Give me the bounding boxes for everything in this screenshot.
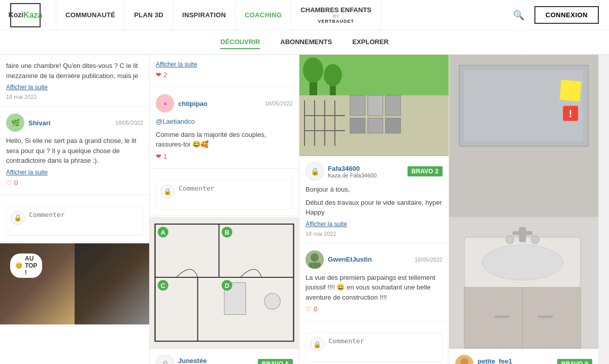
timestamp-col1-1: 18 mai 2022 [6,94,143,100]
room-photo-tr [75,243,149,324]
column-4: ! [449,55,599,364]
bravo-count-petitefee: 9 [585,360,588,364]
bravo-badge-petitefee: BRAVO 9 [557,359,592,364]
svg-rect-53 [537,315,553,318]
comment-input-wrap-col2: 🔒 [156,180,293,209]
nav-coaching[interactable]: COACHING [235,0,291,30]
date-fafa: 18 mai 2022 [306,231,443,237]
date-chtipipao: 18/05/2022 [265,100,293,106]
user-info-gwenjustin: GwenEtJustin 18/05/2022 [328,256,443,263]
post-card-col2-top: Afficher la suite ❤ 2 [150,55,299,87]
user-date-shivari: Shivari 18/05/2022 [28,119,143,127]
post-header-petitefee: petite_fee1 Kaza de petite_fee1 BRAVO 9 [455,355,592,364]
svg-point-17 [303,57,323,83]
connexion-button[interactable]: CONNEXION [534,6,599,24]
date-shivari: 18/05/2022 [115,120,143,126]
main-content: faire une chambre! Qu'en dites-vous ? C … [0,55,609,364]
site-logo[interactable]: Kozi Kaza [10,3,41,27]
nav-inspiration[interactable]: INSPIRATION [173,0,235,30]
likes-count-shivari: 0 [14,179,18,187]
avatar-chtipipao: 🌸 [156,94,174,113]
heart-icon-shivari: ♡ [6,179,12,187]
comment-box-col2: 🔒 [150,170,299,216]
likes-col2-top: ❤ 2 [156,71,293,79]
username-chtipipao: chtipipao [178,100,208,107]
nav-plan3d[interactable]: PLAN 3D [125,0,173,30]
avatar-petitefee [455,355,473,364]
likes-gwenjustin: ♡ 0 [306,305,443,313]
svg-rect-22 [368,95,383,116]
svg-rect-35 [309,263,321,269]
user-info-junestee: Junestée Kaza de Junestée [178,357,254,364]
post-header-chtipipao: 🌸 chtipipao 18/05/2022 [156,94,293,113]
heart-icon-col2-top: ❤ [156,71,161,79]
top-badge-label: 😊 AU TOP ! [10,253,42,278]
afficher-fafa[interactable]: Afficher la suite [306,221,443,228]
user-date-gwenjustin: GwenEtJustin 18/05/2022 [328,256,443,263]
afficher-col2-top[interactable]: Afficher la suite [156,61,293,68]
comment-textarea-col3[interactable] [328,337,438,357]
sub-nav-explorer[interactable]: EXPLORER [352,35,389,49]
post-text-col1-1: faire une chambre! Qu'en dites-vous ? C … [6,61,143,81]
avatar-img-petitefee [455,355,473,364]
svg-point-19 [324,64,342,86]
nav-chambres-by: BY [333,14,339,19]
comment-gwenjustin: La vue des premiers parpaings est tellem… [306,273,443,303]
afficher-shivari[interactable]: Afficher la suite [6,169,143,176]
mention-chtipipao: @Laetiandco [156,117,293,127]
svg-point-48 [506,236,514,244]
svg-rect-25 [368,118,383,133]
lock-icon-col1: 🔒 [11,211,25,225]
likes-chtipipao: ❤ 1 [156,153,293,160]
post-card-junestee: 🔒 Junestée Kaza de Junestée BRAVO 5 Bonj… [150,349,299,365]
username-fafa: Fafa34600 [328,165,360,172]
nav-chambres[interactable]: CHAMBRES ENFANTS BY vertbaudet [291,0,381,30]
post-header-junestee: 🔒 Junestée Kaza de Junestée BRAVO 5 [156,355,293,365]
sub-nav-abonnements[interactable]: ABONNEMENTS [280,35,332,49]
header-top: Kozi Kaza COMMUNAUTÉ PLAN 3D INSPIRATION… [0,0,609,30]
svg-rect-40 [560,80,582,101]
svg-point-6 [264,293,281,309]
smiley-icon: 😊 [15,262,23,269]
comment-box-col1: 🔒 [0,196,149,242]
floor-plan-image: A B C D [150,217,299,349]
text-fafa-1: Bonjour à tous, [306,185,443,195]
bravo-label-fafa: BRAVO [412,168,433,175]
search-icon[interactable]: 🔍 [513,10,524,21]
logo-text-kozi: Kozi [9,11,24,19]
nav-communaute[interactable]: COMMUNAUTÉ [56,0,125,30]
user-info-shivari: Shivari 18/05/2022 [28,119,143,127]
construction-photo [299,55,449,156]
afficher-suite-link-1[interactable]: Afficher la suite [6,84,143,91]
likes-count-chtipipao: 1 [163,153,167,160]
svg-text:D: D [225,282,229,289]
image-post-staircase: 😊 AU TOP ! [0,243,149,324]
sub-nav-decouvrir[interactable]: DÉCOUVRIR [220,35,260,49]
lock-icon-col3: 🔒 [310,337,324,351]
main-nav: COMMUNAUTÉ PLAN 3D INSPIRATION COACHING … [56,0,513,30]
post-card-chtipipao: 🌸 chtipipao 18/05/2022 @Laetiandco Comme… [150,88,299,169]
comment-textarea-col2[interactable] [179,185,288,205]
comment-input-wrap-col1: 🔒 [6,206,143,236]
bravo-count-junestee: 5 [285,360,289,365]
col4-image-inner: ! [449,55,598,349]
floor-plan-svg: A B C D [150,217,299,348]
user-date-chtipipao: chtipipao 18/05/2022 [178,100,293,107]
nav-chambres-label: CHAMBRES ENFANTS [300,6,371,14]
construction-svg [299,55,449,156]
sub-nav: DÉCOUVRIR ABONNEMENTS EXPLORER [0,30,609,54]
avatar-junestee: 🔒 [156,355,174,365]
post-card-petitefee: petite_fee1 Kaza de petite_fee1 BRAVO 9 … [449,349,598,364]
post-header-gwenjustin: GwenEtJustin 18/05/2022 [306,250,443,269]
comment-shivari: Hello, Si elle ne sert pas à grand chose… [6,136,143,166]
nav-chambres-brand: vertbaudet [318,19,354,24]
svg-point-34 [311,253,319,262]
site-header: Kozi Kaza COMMUNAUTÉ PLAN 3D INSPIRATION… [0,0,609,55]
svg-text:!: ! [569,108,572,119]
bravo-badge-junestee: BRAVO 5 [258,359,293,365]
svg-rect-26 [385,118,400,133]
svg-rect-21 [350,95,365,116]
post-header-shivari: 🌿 Shivari 18/05/2022 [6,114,143,132]
comment-textarea-col1[interactable] [29,211,139,231]
column-1: faire une chambre! Qu'en dites-vous ? C … [0,55,150,364]
